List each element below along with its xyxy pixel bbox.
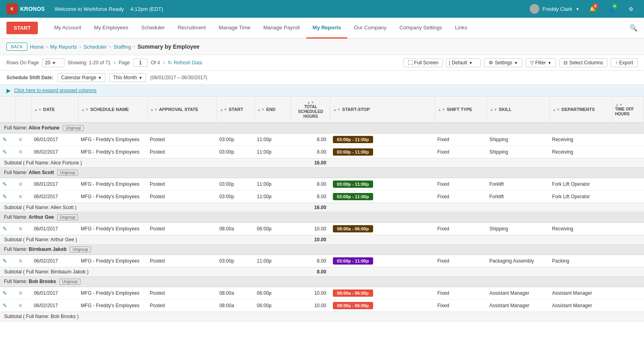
approval-cell: Posted xyxy=(147,223,217,235)
edit-button[interactable]: ✎ xyxy=(2,149,7,155)
notification-btn-1[interactable]: 🔔9 xyxy=(586,2,599,15)
nav-item-manage-time[interactable]: Manage Time xyxy=(212,18,257,39)
delete-cell: ✕ xyxy=(16,146,31,158)
date-sort-icon[interactable]: ▲▼ xyxy=(34,107,42,112)
logo-text: KRONOS xyxy=(20,6,45,12)
shift-bar: 03:00p - 11:00p xyxy=(333,136,373,143)
shifttype-sort-icon[interactable]: ▲▼ xyxy=(438,107,446,112)
nav-item-my-employees[interactable]: My Employees xyxy=(88,18,135,39)
delete-button[interactable]: ✕ xyxy=(18,181,23,187)
breadcrumb-my-reports[interactable]: My Reports xyxy=(50,44,77,50)
delete-button[interactable]: ✕ xyxy=(18,258,23,264)
approval-sort-icon[interactable]: ▲▼ xyxy=(150,107,158,112)
dept-sort-icon[interactable]: ▲▼ xyxy=(552,107,560,112)
col-timeoff-header[interactable]: ▲▼ TIME OFF HOURS xyxy=(612,96,644,123)
edit-button[interactable]: ✎ xyxy=(2,226,7,232)
breadcrumb-staffing[interactable]: Staffing xyxy=(114,44,131,50)
date-cell: 06/02/2017 xyxy=(31,300,78,312)
subtotal-empty-cell xyxy=(330,158,644,168)
end-cell: 11:00p xyxy=(254,191,291,203)
ungroup-button[interactable]: Ungroup xyxy=(63,125,84,131)
nav-item-manage-payroll[interactable]: Manage Payroll xyxy=(257,18,306,39)
fullscreen-button[interactable]: ⛶ Full Screen xyxy=(403,58,443,67)
expand-text[interactable]: Click here to expand grouped columns xyxy=(14,88,97,93)
search-icon[interactable]: 🔍 xyxy=(623,24,644,32)
nav-item-company-settings[interactable]: Company Settings xyxy=(393,18,448,39)
select-columns-button[interactable]: ⊟ Select Columns xyxy=(559,58,607,67)
date-range-text: (06/01/2017 – 06/30/2017) xyxy=(150,75,207,80)
refresh-button[interactable]: ↻ Refresh Data xyxy=(168,60,202,66)
col-approval-header[interactable]: ▲▼ APPROVAL STATE xyxy=(147,96,217,123)
schedule-sort-icon[interactable]: ▲▼ xyxy=(81,107,89,112)
col-dept-header[interactable]: ▲▼ DEPARTMENTS xyxy=(550,96,613,123)
notification-btn-2[interactable]: 👤4 xyxy=(605,2,618,15)
export-button[interactable]: ↑ Export xyxy=(611,58,638,67)
edit-button[interactable]: ✎ xyxy=(2,302,7,309)
hours-sort-icon[interactable]: ▲▼ xyxy=(307,100,315,105)
startstop-sort-icon[interactable]: ▲▼ xyxy=(333,107,341,112)
approval-cell: Posted xyxy=(147,178,217,191)
filter-label: Schedule Shift Date: xyxy=(6,75,54,80)
delete-button[interactable]: ✕ xyxy=(18,226,23,232)
col-hours-header[interactable]: ▲▼ TOTAL SCHEDULED HOURS xyxy=(291,96,330,123)
breadcrumb-home[interactable]: Home xyxy=(30,44,44,50)
schedule-cell: MFG - Freddy's Employees xyxy=(78,178,147,191)
table-row: ✎ ✕ 06/01/2017 MFG - Freddy's Employees … xyxy=(0,133,644,146)
delete-button[interactable]: ✕ xyxy=(18,290,23,296)
default-select[interactable]: | Default ▼ xyxy=(446,58,481,67)
delete-button[interactable]: ✕ xyxy=(18,136,23,143)
nav-item-recruitment[interactable]: Recruitment xyxy=(171,18,212,39)
start-cell: 03:00p xyxy=(217,178,254,191)
col-shifttype-header[interactable]: ▲▼ SHIFT TYPE xyxy=(435,96,487,123)
date-cell: 06/01/2017 xyxy=(31,133,78,146)
nav-item-my-reports[interactable]: My Reports xyxy=(306,18,348,39)
nav-item-our-company[interactable]: Our Company xyxy=(347,18,393,39)
edit-button[interactable]: ✎ xyxy=(2,290,7,296)
nav-item-links[interactable]: Links xyxy=(449,18,474,39)
page-input[interactable] xyxy=(133,59,148,67)
timeoff-sort-icon[interactable]: ▲▼ xyxy=(615,103,623,107)
rows-select[interactable]: 20 ▼ xyxy=(42,58,64,67)
delete-button[interactable]: ✕ xyxy=(18,149,23,155)
ungroup-button[interactable]: Ungroup xyxy=(70,246,91,253)
ungroup-button[interactable]: Ungroup xyxy=(59,279,80,285)
edit-button[interactable]: ✎ xyxy=(2,181,7,187)
subtotal-label-cell: Subtotal ( Full Name: Bob Brooks ) xyxy=(0,312,291,321)
nav-item-scheduler[interactable]: Scheduler xyxy=(135,18,171,39)
ungroup-button[interactable]: Ungroup xyxy=(57,214,78,220)
date-cell: 06/02/2017 xyxy=(31,255,78,267)
start-sort-icon[interactable]: ▲▼ xyxy=(219,107,227,112)
of-label: Of 4 xyxy=(151,60,160,66)
delete-button[interactable]: ✕ xyxy=(18,302,23,309)
ungroup-button[interactable]: Ungroup xyxy=(57,170,78,176)
next-page-icon[interactable]: › xyxy=(163,60,165,66)
shift-bar: 08:00a - 06:00p xyxy=(333,302,373,309)
col-start-header[interactable]: ▲▼ START xyxy=(217,96,254,123)
col-end-header[interactable]: ▲▼ END xyxy=(254,96,291,123)
prev-page-icon[interactable]: ‹ xyxy=(114,60,116,66)
filter-button[interactable]: ▽ Filter ▼ xyxy=(526,58,556,67)
expand-bar[interactable]: ▶ Click here to expand grouped columns xyxy=(0,85,644,96)
delete-button[interactable]: ✕ xyxy=(18,193,23,200)
settings-button[interactable]: ⚙ Settings ▼ xyxy=(484,58,522,67)
col-schedule-header[interactable]: ▲▼ SCHEDULE NAME xyxy=(78,96,147,123)
col-startstop-header[interactable]: ▲▼ START-STOP xyxy=(330,96,435,123)
calendar-range-select[interactable]: Calendar Range ▼ xyxy=(58,73,105,82)
notif-badge-1: 9 xyxy=(592,3,598,9)
settings-icon-btn[interactable]: ⚙ xyxy=(625,2,638,15)
edit-button[interactable]: ✎ xyxy=(2,193,7,200)
nav-item-my-account[interactable]: My Account xyxy=(47,18,87,39)
subtotal-empty-cell xyxy=(330,267,644,277)
end-sort-icon[interactable]: ▲▼ xyxy=(257,107,265,112)
col-date-header[interactable]: ▲▼ DATE xyxy=(31,96,78,123)
shift-bar: 03:00p - 11:00p xyxy=(333,148,373,156)
breadcrumb-scheduler[interactable]: Scheduler xyxy=(83,44,107,50)
back-button[interactable]: BACK xyxy=(6,43,27,51)
month-select[interactable]: This Month ▼ xyxy=(109,73,146,82)
user-info[interactable]: Freddy Clark ▼ xyxy=(530,4,580,14)
start-button[interactable]: START xyxy=(6,22,38,34)
skill-sort-icon[interactable]: ▲▼ xyxy=(489,107,497,112)
col-skill-header[interactable]: ▲▼ SKILL xyxy=(487,96,550,123)
edit-button[interactable]: ✎ xyxy=(2,136,7,143)
edit-button[interactable]: ✎ xyxy=(2,258,7,264)
